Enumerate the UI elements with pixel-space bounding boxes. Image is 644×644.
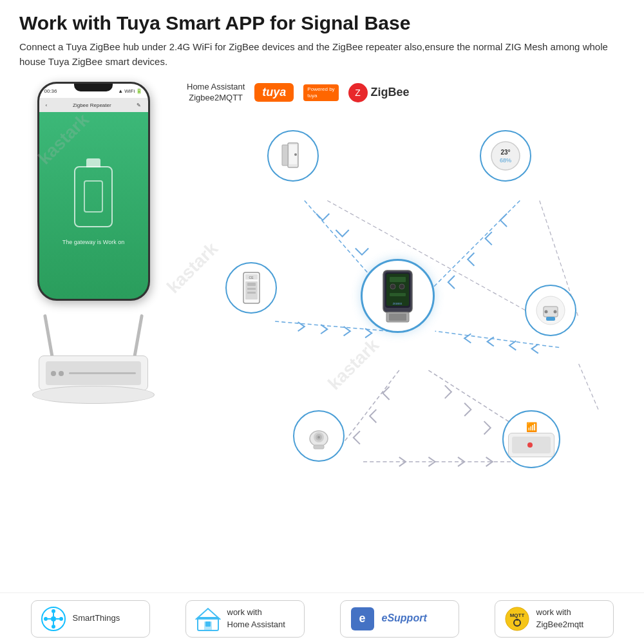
- esupport-icon: e: [350, 606, 375, 632]
- ha-zigbee-label: Home AssistantZigbee2MQTT: [187, 82, 245, 104]
- svg-point-46: [52, 609, 55, 613]
- hub-wifi-icon: [527, 442, 533, 448]
- main-title: Work with Tuya Smart APP for Signal Base: [19, 12, 625, 35]
- z2m-label: ZigBee2mqtt: [536, 619, 584, 630]
- svg-rect-38: [546, 317, 555, 321]
- diagram-container: 23° 68% CE: [174, 111, 644, 578]
- nav-back[interactable]: ‹: [46, 102, 48, 108]
- breaker-icon: CE: [237, 271, 266, 305]
- usb-device-icon: [74, 166, 113, 227]
- esupport-text: eSupport: [382, 612, 427, 623]
- svg-rect-27: [390, 277, 406, 282]
- ha-label: Home Assistant: [227, 619, 285, 630]
- svg-point-37: [554, 310, 557, 314]
- phone-mockup: 00:36 ▲ WiFi 🔋 ‹ Zigbee Repeater ✎ The g…: [37, 82, 150, 301]
- door-sensor-icon: [280, 140, 306, 172]
- power-socket-node: [525, 285, 576, 336]
- zigbee-badge: Z ZigBee: [348, 83, 410, 102]
- phone-icons: ▲ WiFi 🔋: [118, 88, 142, 94]
- phone-status-text: The gateway is Work on: [62, 239, 124, 245]
- zigbee2mqtt-badge: MQTT work with ZigBee2mqtt: [495, 600, 614, 638]
- svg-rect-21: [247, 288, 256, 290]
- power-socket-icon: [534, 294, 567, 327]
- svg-point-42: [317, 436, 320, 439]
- usb-top: [86, 158, 100, 167]
- tuya-logos: tuya: [254, 83, 294, 102]
- svg-text:23°: 23°: [500, 149, 510, 156]
- content-area: 00:36 ▲ WiFi 🔋 ‹ Zigbee Repeater ✎ The g…: [0, 75, 644, 578]
- breaker-node: CE: [225, 262, 277, 314]
- smartthings-badge: SmartThings: [31, 600, 150, 638]
- zigbee-dongle-node: ZIGBEE: [361, 259, 435, 333]
- svg-point-48: [44, 617, 48, 621]
- smartthings-icon: [41, 606, 66, 632]
- hub-body: [508, 433, 554, 457]
- subtitle: Connect a Tuya ZigBee hub under 2.4G WiF…: [19, 40, 625, 69]
- svg-point-47: [52, 625, 55, 629]
- phone-notch: [74, 84, 113, 91]
- router-led1: [51, 371, 56, 376]
- left-section: 00:36 ▲ WiFi 🔋 ‹ Zigbee Repeater ✎ The g…: [0, 75, 174, 578]
- svg-line-9: [579, 364, 598, 410]
- motion-sensor-node: [293, 410, 345, 462]
- svg-rect-32: [389, 314, 406, 321]
- svg-text:ZIGBEE: ZIGBEE: [393, 302, 402, 305]
- svg-point-14: [491, 142, 520, 170]
- svg-point-36: [545, 310, 548, 314]
- phone-screen: The gateway is Work on: [39, 112, 148, 299]
- svg-point-29: [399, 284, 404, 289]
- svg-text:68%: 68%: [500, 157, 511, 164]
- nav-edit[interactable]: ✎: [137, 102, 141, 108]
- svg-point-28: [390, 284, 395, 289]
- svg-rect-20: [247, 283, 256, 286]
- svg-text:MQTT: MQTT: [509, 612, 524, 618]
- bottom-badges: SmartThings work with Home Assistant e: [0, 592, 644, 644]
- phone-time: 00:36: [44, 88, 57, 94]
- tuya-powered-badge: Powered bytuya: [303, 84, 338, 102]
- router-image: [29, 320, 158, 410]
- router-panel: [46, 361, 141, 385]
- esupport-label: eSupport: [382, 611, 427, 625]
- app-name: Zigbee Repeater: [73, 102, 111, 108]
- right-section: Home AssistantZigbee2MQTT tuya Powered b…: [174, 75, 644, 578]
- ha-small-text: work with: [227, 607, 285, 618]
- svg-rect-43: [314, 445, 324, 449]
- home-assistant-icon: [195, 606, 221, 632]
- esupport-badge: e eSupport: [340, 600, 459, 638]
- router-led2: [59, 371, 64, 376]
- smartthings-label: SmartThings: [73, 612, 120, 624]
- zigbee2mqtt-icon: MQTT: [504, 606, 530, 632]
- temp-sensor-icon: 23° 68%: [489, 139, 522, 173]
- router-bar: [69, 372, 136, 374]
- router-base: [32, 386, 155, 404]
- zigbee-logo-icon: Z: [348, 83, 368, 102]
- tuya-main-badge: tuya: [254, 83, 294, 102]
- brands-row: Home AssistantZigbee2MQTT tuya Powered b…: [174, 79, 644, 107]
- header-section: Work with Tuya Smart APP for Signal Base…: [0, 0, 644, 75]
- svg-point-45: [51, 616, 56, 621]
- z2m-badge-text: work with ZigBee2mqtt: [536, 607, 584, 630]
- hub-panel: [512, 437, 551, 453]
- svg-rect-22: [247, 292, 256, 294]
- svg-rect-30: [390, 293, 406, 296]
- z2m-small-text: work with: [536, 607, 584, 618]
- temp-sensor-node: 23° 68%: [480, 130, 531, 182]
- svg-rect-13: [282, 145, 288, 166]
- zigbee-hub-node: 📶: [502, 410, 560, 468]
- hub-signal-icon: 📶: [526, 422, 537, 432]
- door-sensor-node: [267, 130, 319, 182]
- svg-point-49: [59, 617, 63, 621]
- esupport-letter: e: [351, 607, 374, 630]
- home-assistant-badge: work with Home Assistant: [185, 600, 305, 638]
- motion-sensor-icon: [302, 419, 336, 453]
- diagram-svg: [174, 111, 644, 578]
- svg-text:CE: CE: [249, 276, 254, 279]
- phone-nav-bar: ‹ Zigbee Repeater ✎: [39, 98, 148, 112]
- zigbee-hub-icon: 📶: [508, 422, 554, 457]
- svg-point-12: [294, 153, 297, 156]
- svg-rect-57: [205, 621, 211, 627]
- ha-badge-text: work with Home Assistant: [227, 607, 285, 630]
- zigbee-dongle-icon: ZIGBEE: [374, 267, 422, 325]
- zigbee-text: ZigBee: [371, 86, 410, 99]
- usb-body: [84, 180, 103, 213]
